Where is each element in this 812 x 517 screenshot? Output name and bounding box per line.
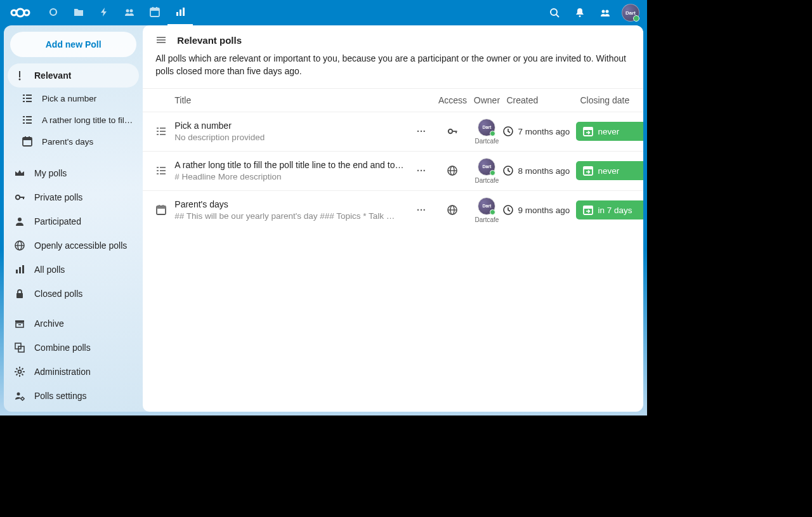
table-body: Pick a number No description provided ··… — [143, 112, 643, 230]
svg-point-56 — [16, 9, 24, 16]
list-icon — [152, 126, 171, 137]
bars-icon — [14, 264, 25, 275]
sidebar-item-participated[interactable]: Participated — [8, 209, 139, 233]
svg-point-57 — [24, 10, 29, 15]
sidebar-sub-long-title[interactable]: A rather long title to fil… — [8, 109, 139, 131]
owner-avatar[interactable]: Dart — [478, 119, 495, 136]
calendar-arrow-icon — [582, 165, 594, 176]
row-closing: never — [576, 161, 643, 180]
row-owner: Dart Dartcafe — [471, 197, 502, 223]
list-icon — [22, 114, 33, 126]
notifications-icon[interactable] — [568, 0, 591, 25]
owner-name: Dartcafe — [475, 138, 499, 145]
sidebar-item-label: Administration — [34, 367, 91, 377]
row-owner: Dart Dartcafe — [471, 119, 502, 145]
lock-icon — [14, 288, 25, 299]
sidebar-item-archive[interactable]: Archive — [8, 311, 139, 336]
row-title: Pick a number — [174, 121, 403, 131]
column-owner[interactable]: Owner — [471, 95, 502, 105]
calendar-arrow-icon — [582, 126, 594, 137]
sidebar-item-combine[interactable]: Combine polls — [8, 336, 139, 360]
clock-icon — [502, 165, 514, 176]
table-row[interactable]: Pick a number No description provided ··… — [143, 112, 643, 151]
owner-avatar[interactable]: Dart — [478, 158, 495, 176]
search-icon[interactable] — [543, 0, 566, 25]
table-row[interactable]: A rather long title to fill the poll tit… — [143, 151, 643, 190]
sidebar-item-label: Archive — [34, 318, 64, 329]
column-created[interactable]: Created — [502, 95, 576, 105]
table-row[interactable]: Parent's days ## This will be our yearly… — [143, 190, 643, 230]
row-created: 7 months ago — [502, 126, 576, 137]
row-closing: never — [576, 122, 643, 141]
row-closing: in 7 days — [576, 200, 643, 219]
sidebar-item-admin[interactable]: Administration — [8, 360, 139, 384]
sidebar-bottom: Archive Combine polls Administration Pol… — [8, 311, 139, 412]
nextcloud-logo[interactable] — [5, 6, 36, 19]
app-files[interactable] — [66, 0, 91, 25]
owner-name: Dartcafe — [475, 216, 499, 223]
page-description: All polls which are relevant or importan… — [155, 52, 642, 78]
column-closing[interactable]: Closing date — [576, 95, 643, 105]
row-description: No description provided — [174, 133, 403, 142]
more-actions-icon[interactable]: ··· — [409, 205, 434, 215]
sidebar-item-open-polls[interactable]: Openly accessible polls — [8, 233, 139, 258]
date-icon — [152, 204, 171, 216]
sidebar-item-closed-polls[interactable]: Closed polls — [8, 282, 139, 306]
app-frame: Dart Add new Poll Relevant Pick a number… — [0, 0, 647, 416]
row-owner: Dart Dartcafe — [471, 158, 502, 184]
sidebar-item-label: Pick a number — [42, 94, 96, 103]
access-icon — [434, 126, 471, 137]
sidebar-item-label: Participated — [34, 216, 81, 226]
sidebar-item-all-polls[interactable]: All polls — [8, 258, 139, 282]
column-title[interactable]: Title — [171, 95, 409, 105]
person-icon — [14, 216, 25, 227]
app-calendar[interactable] — [142, 0, 167, 25]
add-new-poll-button[interactable]: Add new Poll — [10, 32, 136, 57]
sidebar-sub-parents-days[interactable]: Parent's days — [8, 131, 139, 152]
sidebar-item-settings[interactable]: Polls settings — [8, 384, 139, 408]
sidebar-sub-pick-a-number[interactable]: Pick a number — [8, 88, 139, 109]
globe-icon — [14, 240, 25, 251]
sidebar-item-label: My polls — [34, 168, 67, 178]
top-bar: Dart — [0, 0, 647, 25]
contacts-menu-icon[interactable] — [594, 0, 617, 25]
list-icon — [22, 93, 33, 104]
workspace: Add new Poll Relevant Pick a number A ra… — [4, 25, 643, 412]
user-avatar[interactable]: Dart — [619, 0, 642, 25]
row-title: A rather long title to fill the poll tit… — [174, 160, 403, 170]
sidebar-item-label: Combine polls — [34, 343, 91, 353]
row-created: 9 months ago — [502, 204, 576, 216]
sidebar-item-label: Closed polls — [34, 289, 82, 299]
app-activity[interactable] — [91, 0, 117, 25]
row-description: # Headline More description — [174, 172, 403, 181]
closing-badge: in 7 days — [576, 200, 643, 219]
closing-badge: never — [576, 122, 643, 141]
archive-icon — [14, 318, 25, 329]
menu-icon[interactable] — [155, 34, 167, 46]
sidebar-item-label: Private polls — [34, 192, 82, 202]
main-content: Relevant polls All polls which are relev… — [143, 25, 643, 412]
sidebar-item-relevant[interactable]: Relevant — [8, 63, 139, 88]
sidebar-item-label: Parent's days — [42, 137, 93, 147]
page-title: Relevant polls — [177, 35, 242, 46]
app-polls[interactable] — [167, 0, 193, 25]
access-icon — [434, 165, 471, 176]
app-dashboard[interactable] — [41, 0, 66, 25]
row-title-cell: Parent's days ## This will be our yearly… — [171, 199, 409, 221]
date-icon — [22, 136, 33, 147]
column-access[interactable]: Access — [434, 95, 471, 105]
closing-badge: never — [576, 161, 643, 180]
more-actions-icon[interactable]: ··· — [409, 126, 434, 136]
sidebar-item-private-polls[interactable]: Private polls — [8, 185, 139, 209]
more-actions-icon[interactable]: ··· — [409, 166, 434, 176]
calendar-arrow-icon — [582, 204, 594, 216]
top-apps — [41, 0, 193, 25]
sidebar-item-label: Relevant — [34, 70, 71, 81]
sidebar-item-label: Openly accessible polls — [34, 240, 127, 251]
owner-name: Dartcafe — [475, 177, 499, 184]
app-contacts[interactable] — [117, 0, 142, 25]
sidebar-item-my-polls[interactable]: My polls — [8, 161, 139, 185]
row-title-cell: A rather long title to fill the poll tit… — [171, 160, 409, 181]
owner-avatar[interactable]: Dart — [478, 197, 495, 215]
row-title-cell: Pick a number No description provided — [171, 121, 409, 142]
